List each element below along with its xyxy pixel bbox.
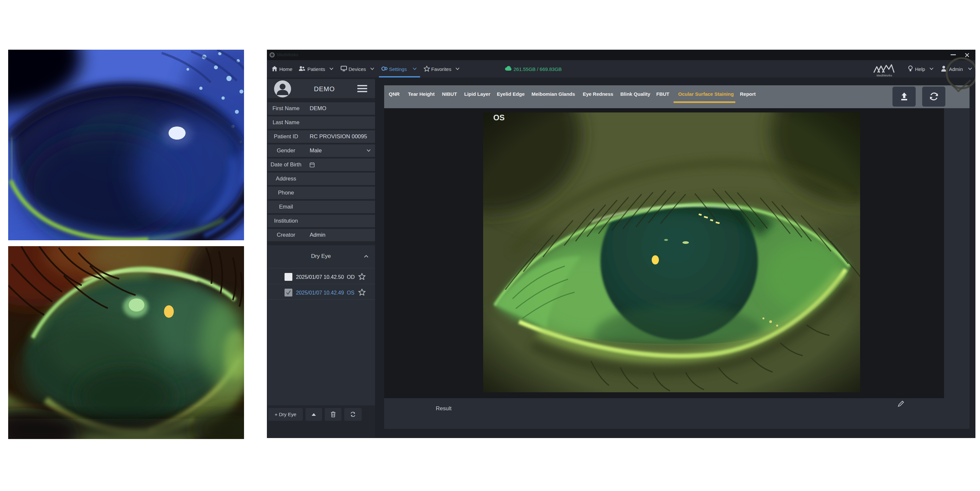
svg-text:MediWorks: MediWorks [877,73,892,77]
